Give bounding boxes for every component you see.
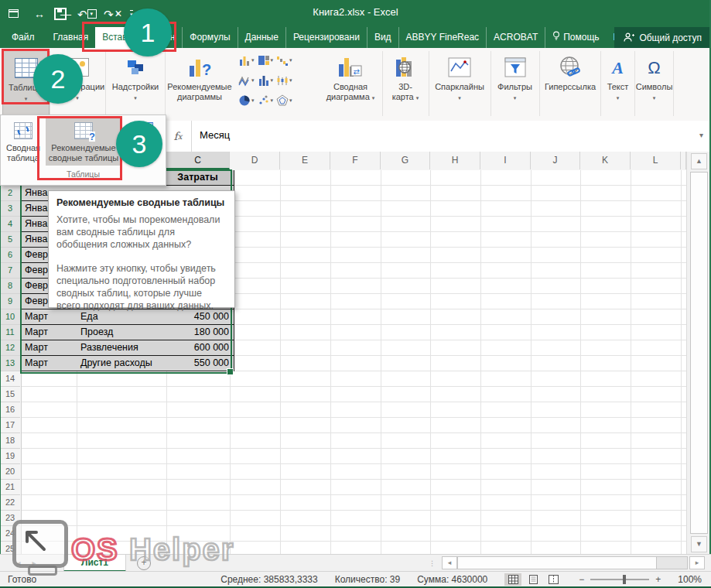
- symbols-button[interactable]: Ω Символы▾: [636, 50, 672, 118]
- tab-abbyy[interactable]: ABBYY FineReac: [398, 27, 487, 48]
- pie-chart-icon[interactable]: ▾: [238, 94, 255, 107]
- row-header-10[interactable]: 10: [0, 309, 22, 325]
- zoom-in-icon[interactable]: +: [655, 574, 661, 585]
- column-header-partial[interactable]: [681, 152, 686, 169]
- tab-acrobat[interactable]: ACROBAT: [486, 27, 545, 48]
- row-header-18[interactable]: 18: [0, 433, 20, 449]
- row-header-21[interactable]: 21: [0, 480, 20, 495]
- row-header-14[interactable]: 14: [0, 371, 20, 387]
- hyperlink-button[interactable]: Гиперссылка: [542, 50, 599, 118]
- sparkline-icon: [448, 53, 471, 82]
- row-header-13[interactable]: 13: [0, 356, 22, 371]
- stock-chart-icon[interactable]: ▾: [276, 74, 292, 87]
- waterfall-chart-icon[interactable]: ▾: [276, 54, 292, 67]
- column-header-K[interactable]: K: [580, 152, 631, 169]
- column-chart-icon[interactable]: ▾: [238, 54, 255, 67]
- line-chart-icon[interactable]: ▾: [238, 74, 255, 87]
- fx-icon[interactable]: fx: [165, 121, 192, 152]
- tooltip-title: Рекомендуемые сводные таблицы: [56, 197, 227, 208]
- scroll-right-icon[interactable]: ▸: [689, 556, 705, 569]
- horizontal-scrollbar[interactable]: ⋮ ◂ ▸: [429, 556, 705, 569]
- column-header-I[interactable]: I: [480, 152, 531, 169]
- addins-button[interactable]: Надстройки▾: [108, 50, 163, 118]
- column-header-L[interactable]: L: [631, 152, 681, 169]
- column-header-G[interactable]: G: [381, 152, 430, 169]
- text-button[interactable]: A Текст▾: [603, 50, 633, 118]
- excel-window: ↶▾ ↷▾ ▾ Книга2.xlsx - Excel ↔ — × Файл Г…: [0, 0, 711, 588]
- scatter-chart-icon[interactable]: ▾: [258, 94, 274, 107]
- tab-file[interactable]: Файл: [0, 27, 46, 48]
- row-header-22[interactable]: 22: [0, 495, 20, 511]
- gridline: [381, 170, 381, 554]
- annotation-box-3: [37, 116, 122, 180]
- zoom-slider-thumb[interactable]: [623, 575, 626, 584]
- watermark-helper: Helper: [129, 532, 235, 566]
- tab-view[interactable]: Вид: [367, 27, 398, 48]
- column-3d-chart-icon[interactable]: ▾: [258, 74, 274, 87]
- pivot-table-icon: [14, 122, 32, 139]
- row-header-5[interactable]: 5: [0, 232, 22, 248]
- ribbon: Таблицы▾ Иллюстрации▾ Надстройки▾ ? Реко…: [0, 48, 711, 121]
- horizontal-scroll-track[interactable]: [657, 556, 688, 569]
- pivot-chart-button[interactable]: ⇄ Сводная диаграмма ▾: [320, 50, 381, 118]
- row-header-20[interactable]: 20: [0, 464, 20, 480]
- share-button[interactable]: Общий доступ: [614, 27, 711, 48]
- zoom-slider[interactable]: [590, 579, 649, 580]
- scroll-left-icon[interactable]: ◂: [442, 556, 457, 569]
- tab-formulas[interactable]: Формулы: [182, 27, 237, 48]
- map-3d-button[interactable]: 3D- карта ▾: [385, 50, 426, 118]
- tab-data[interactable]: Данные: [238, 27, 285, 48]
- scroll-up-icon[interactable]: ▲: [691, 153, 707, 169]
- column-header-D[interactable]: D: [230, 152, 280, 169]
- fill-handle[interactable]: [227, 368, 234, 375]
- filters-button[interactable]: Фильтры▾: [493, 50, 537, 118]
- page-break-view-icon[interactable]: [545, 573, 562, 586]
- row-header-6[interactable]: 6: [0, 248, 22, 263]
- watermark-text: OS Helper: [71, 532, 234, 566]
- gridline: [631, 170, 631, 554]
- status-sum: Сумма: 4630000: [417, 574, 487, 585]
- splitter-dots-icon[interactable]: ⋮: [429, 559, 436, 567]
- scroll-down-icon[interactable]: ▼: [691, 536, 707, 552]
- sparklines-button[interactable]: Спарклайны▾: [431, 50, 488, 118]
- zoom-out-icon[interactable]: −: [579, 574, 584, 585]
- radar-chart-icon[interactable]: ▾: [276, 94, 292, 107]
- step-badge-3: 3: [116, 121, 162, 167]
- vertical-scrollbar[interactable]: ▲ ▼: [686, 152, 710, 554]
- vertical-scroll-thumb[interactable]: [690, 172, 708, 534]
- column-header-H[interactable]: H: [430, 152, 480, 169]
- tab-review[interactable]: Рецензировани: [285, 27, 367, 48]
- row-header-15[interactable]: 15: [0, 387, 20, 402]
- gridline: [480, 170, 481, 554]
- filter-icon: [504, 53, 526, 82]
- tab-help[interactable]: Помощь: [545, 27, 606, 48]
- row-header-19[interactable]: 19: [0, 449, 20, 464]
- row-header-8[interactable]: 8: [0, 279, 22, 294]
- recommended-charts-button[interactable]: ? Рекомендуемыедиаграммы: [167, 50, 232, 118]
- row-header-16[interactable]: 16: [0, 402, 20, 418]
- row-header-17[interactable]: 17: [0, 418, 20, 433]
- horizontal-scroll-thumb[interactable]: [457, 556, 657, 569]
- column-header-J[interactable]: J: [531, 152, 580, 169]
- page-layout-view-icon[interactable]: [525, 573, 542, 586]
- gridline: [580, 170, 581, 554]
- row-header-2[interactable]: 2: [0, 186, 22, 201]
- row-header-11[interactable]: 11: [0, 325, 22, 340]
- formula-bar-expand-icon[interactable]: ▾: [699, 131, 703, 139]
- column-header-C[interactable]: C: [166, 152, 230, 169]
- hierarchy-chart-icon[interactable]: ▾: [258, 54, 274, 67]
- chart-type-row-1: ▾ ▾ ▾: [238, 54, 292, 67]
- chevron-down-icon: ▾: [134, 93, 137, 103]
- row-header-12[interactable]: 12: [0, 340, 22, 356]
- column-header-F[interactable]: F: [330, 152, 381, 169]
- row-header-4[interactable]: 4: [0, 217, 22, 232]
- normal-view-icon[interactable]: [504, 573, 521, 586]
- formula-input[interactable]: Месяц: [200, 129, 230, 141]
- step-badge-1: 1: [124, 9, 172, 56]
- row-header-7[interactable]: 7: [0, 263, 22, 279]
- zoom-level[interactable]: 100%: [678, 574, 702, 585]
- row-header-9[interactable]: 9: [0, 294, 22, 309]
- svg-text:?: ?: [202, 61, 211, 78]
- row-header-3[interactable]: 3: [0, 201, 22, 217]
- column-header-E[interactable]: E: [280, 152, 330, 169]
